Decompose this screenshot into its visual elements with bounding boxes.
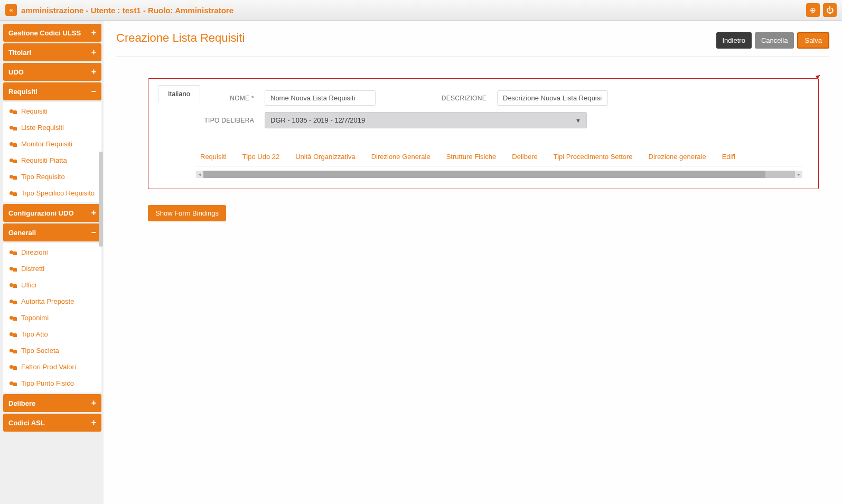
sub-tab-tipo-udo-22[interactable]: Tipo Udo 22 <box>242 153 279 161</box>
action-buttons: Indietro Cancella Salva <box>716 32 830 49</box>
sub-tabs-container: Requisiti Tipo Udo 22 Unità Organizzativ… <box>196 153 802 178</box>
user-icon <box>10 125 17 131</box>
language-tab[interactable]: Italiano <box>158 85 200 102</box>
sidebar-items-requisiti: Requisiti Liste Requisiti Monitor Requis… <box>3 102 101 202</box>
sidebar-item-label: Direzioni <box>21 248 48 256</box>
sidebar-section-generali[interactable]: Generali – <box>3 223 101 241</box>
sidebar-item-label: Fattori Prod Valori <box>21 363 76 371</box>
sidebar-item-label: Tipo Specifico Requisito <box>21 189 95 197</box>
page-title: Creazione Lista Requisiti <box>116 31 245 45</box>
user-icon <box>10 364 17 370</box>
scroll-thumb[interactable] <box>203 171 765 178</box>
sidebar-item-toponimi[interactable]: Toponimi <box>3 310 101 326</box>
sidebar-item-tipo-atto[interactable]: Tipo Atto <box>3 326 101 342</box>
sidebar-item-label: Uffici <box>21 281 36 289</box>
sub-tab-strutture-fisiche[interactable]: Strutture Fisiche <box>446 153 497 161</box>
sidebar-section-gestione-codici-ulss[interactable]: Gestione Codici ULSS + <box>3 24 101 42</box>
user-icon <box>10 157 17 164</box>
scroll-right-icon[interactable]: ▸ <box>795 171 802 178</box>
layout: Gestione Codici ULSS + Titolari + UDO + … <box>0 21 842 504</box>
sidebar-item-distretti[interactable]: Distretti <box>3 260 101 277</box>
sidebar-section-label: Titolari <box>8 49 31 57</box>
sidebar-item-label: Monitor Requisiti <box>21 140 72 148</box>
minus-icon: – <box>91 87 96 96</box>
show-form-bindings-button[interactable]: Show Form Bindings <box>148 205 226 221</box>
back-button[interactable]: Indietro <box>716 32 752 49</box>
sidebar-item-tipo-requisito[interactable]: Tipo Requisito <box>3 169 101 185</box>
select-value: DGR - 1035 - 2019 - 12/7/2019 <box>270 116 365 124</box>
title-row: Creazione Lista Requisiti Indietro Cance… <box>116 31 829 57</box>
sub-tab-unita-organizzativa[interactable]: Unità Organizzativa <box>295 153 355 161</box>
sub-tab-requisiti[interactable]: Requisiti <box>200 153 227 161</box>
sidebar-item-label: Distretti <box>21 265 44 273</box>
cancel-button[interactable]: Cancella <box>755 32 794 49</box>
user-icon <box>10 108 17 115</box>
sidebar-section-label: Configurazioni UDO <box>8 209 74 217</box>
save-button[interactable]: Salva <box>797 32 829 49</box>
sidebar-items-generali: Direzioni Distretti Uffici Autorita Prep… <box>3 243 101 393</box>
power-icon[interactable]: ⏻ <box>823 3 837 17</box>
sidebar-section-titolari[interactable]: Titolari + <box>3 43 101 61</box>
sidebar-item-label: Tipo Atto <box>21 330 48 338</box>
sub-tab-delibere[interactable]: Delibere <box>512 153 537 161</box>
user-icon <box>10 141 17 147</box>
sidebar-item-liste-requisiti[interactable]: Liste Requisiti <box>3 119 101 136</box>
form-body: NOME * DESCRIZIONE TIPO DELIBERA DGR - 1… <box>148 87 818 189</box>
sidebar-section-codici-asl[interactable]: Codici ASL + <box>3 414 101 432</box>
user-icon <box>10 348 17 354</box>
form-row-tipo-delibera: TIPO DELIBERA DGR - 1035 - 2019 - 12/7/2… <box>196 109 802 132</box>
chevron-down-icon: ▼ <box>575 117 581 124</box>
sidebar-item-label: Requisiti <box>21 107 48 115</box>
sidebar-item-fattori-prod-valori[interactable]: Fattori Prod Valori <box>3 359 101 375</box>
sidebar-item-label: Requisiti Piatta <box>21 156 67 164</box>
label-tipo-delibera: TIPO DELIBERA <box>196 117 254 124</box>
sidebar-item-label: Tipo Requisito <box>21 173 65 181</box>
sidebar: Gestione Codici ULSS + Titolari + UDO + … <box>0 21 104 504</box>
sidebar-section-requisiti[interactable]: Requisiti – <box>3 82 101 100</box>
user-icon <box>10 331 17 338</box>
sidebar-section-label: Codici ASL <box>8 419 45 427</box>
form-panel: Italiano NOME * DESCRIZIONE TIPO DELIBER… <box>148 78 819 189</box>
sidebar-item-autorita-preposte[interactable]: Autorita Preposte <box>3 293 101 310</box>
main-content: Creazione Lista Requisiti Indietro Cance… <box>104 21 842 504</box>
label-nome: NOME * <box>196 95 254 102</box>
globe-icon[interactable]: ⊕ <box>806 3 820 17</box>
sub-tab-edifi[interactable]: Edifi <box>722 153 735 161</box>
sidebar-item-label: Liste Requisiti <box>21 124 64 132</box>
input-nome[interactable] <box>265 90 376 106</box>
top-header: « amministrazione - Utente : test1 - Ruo… <box>0 0 842 21</box>
input-descrizione[interactable] <box>497 90 608 106</box>
sidebar-item-direzioni[interactable]: Direzioni <box>3 244 101 260</box>
sidebar-item-tipo-societa[interactable]: Tipo Societa <box>3 342 101 359</box>
sidebar-scrollbar[interactable] <box>98 21 104 504</box>
scroll-left-icon[interactable]: ◂ <box>196 171 203 178</box>
horizontal-scrollbar[interactable]: ◂ ▸ <box>196 171 802 178</box>
form-row-nome: NOME * DESCRIZIONE <box>196 87 802 109</box>
sidebar-collapse-button[interactable]: « <box>5 4 17 16</box>
user-icon <box>10 380 17 387</box>
sidebar-section-label: Generali <box>8 229 36 237</box>
sidebar-item-tipo-specifico-requisito[interactable]: Tipo Specifico Requisito <box>3 185 101 201</box>
sidebar-item-monitor-requisiti[interactable]: Monitor Requisiti <box>3 136 101 152</box>
user-icon <box>10 266 17 272</box>
user-icon <box>10 190 17 197</box>
sub-tab-direzione-generale-2[interactable]: Direzione generale <box>649 153 706 161</box>
sidebar-item-uffici[interactable]: Uffici <box>3 277 101 293</box>
sub-tab-tipi-procedimento-settore[interactable]: Tipi Procedimento Settore <box>554 153 633 161</box>
sidebar-item-requisiti[interactable]: Requisiti <box>3 103 101 119</box>
app-title: amministrazione - Utente : test1 - Ruolo… <box>21 6 233 15</box>
sub-tab-direzione-generale[interactable]: Direzione Generale <box>371 153 431 161</box>
sidebar-section-label: UDO <box>8 68 24 76</box>
sidebar-item-requisiti-piatta[interactable]: Requisiti Piatta <box>3 152 101 169</box>
scroll-track[interactable] <box>203 171 795 178</box>
user-icon <box>10 298 17 305</box>
user-icon <box>10 249 17 256</box>
plus-icon: + <box>91 67 96 77</box>
sidebar-section-configurazioni-udo[interactable]: Configurazioni UDO + <box>3 204 101 222</box>
sidebar-item-label: Tipo Punto Fisico <box>21 379 74 387</box>
header-left: « amministrazione - Utente : test1 - Ruo… <box>5 4 233 16</box>
sidebar-section-delibere[interactable]: Delibere + <box>3 394 101 412</box>
select-tipo-delibera[interactable]: DGR - 1035 - 2019 - 12/7/2019 ▼ <box>265 112 587 128</box>
sidebar-item-tipo-punto-fisico[interactable]: Tipo Punto Fisico <box>3 375 101 391</box>
sidebar-section-udo[interactable]: UDO + <box>3 63 101 81</box>
